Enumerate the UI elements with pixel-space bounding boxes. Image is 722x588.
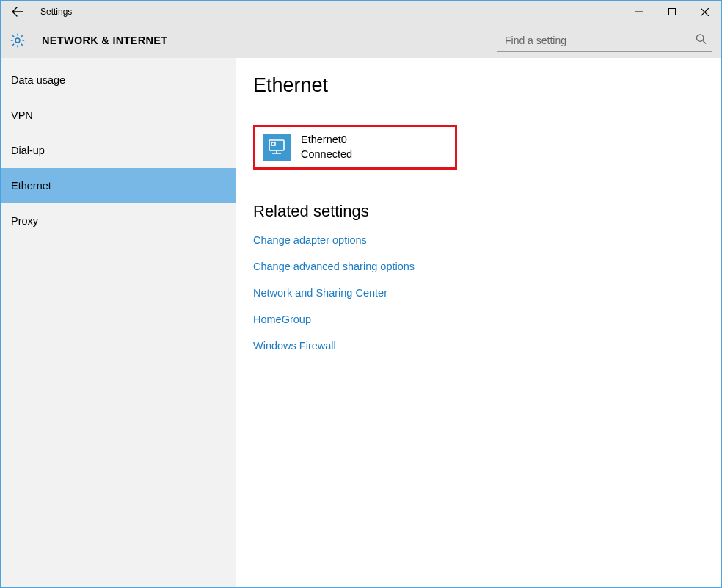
- back-arrow-icon: [12, 6, 23, 18]
- body: Data usage VPN Dial-up Ethernet Proxy Et…: [1, 58, 721, 587]
- connection-text: Ethernet0 Connected: [301, 133, 352, 161]
- header: NETWORK & INTERNET: [1, 23, 721, 58]
- gear-icon: [10, 32, 26, 48]
- link-windows-firewall[interactable]: Windows Firewall: [253, 340, 704, 352]
- sidebar-item-label: Data usage: [11, 74, 65, 86]
- minimize-button[interactable]: [622, 1, 655, 23]
- sidebar-item-label: Ethernet: [11, 180, 51, 192]
- sidebar: Data usage VPN Dial-up Ethernet Proxy: [1, 58, 236, 587]
- settings-window: Settings NETWORK & INTERNET: [0, 0, 722, 588]
- sidebar-item-label: Proxy: [11, 215, 38, 227]
- page-title: Ethernet: [253, 74, 704, 97]
- close-icon: [701, 8, 709, 16]
- close-button[interactable]: [688, 1, 721, 23]
- search-icon: [696, 33, 707, 47]
- ethernet-connection-card[interactable]: Ethernet0 Connected: [253, 125, 457, 170]
- sidebar-item-proxy[interactable]: Proxy: [1, 203, 236, 239]
- window-title: Settings: [40, 7, 72, 17]
- maximize-icon: [668, 8, 676, 15]
- link-change-adapter-options[interactable]: Change adapter options: [253, 234, 704, 246]
- back-button[interactable]: [5, 1, 30, 23]
- sidebar-item-ethernet[interactable]: Ethernet: [1, 168, 236, 203]
- link-network-sharing-center[interactable]: Network and Sharing Center: [253, 287, 704, 299]
- sidebar-item-label: Dial-up: [11, 145, 45, 156]
- svg-point-2: [696, 34, 703, 40]
- maximize-button[interactable]: [655, 1, 688, 23]
- svg-rect-4: [271, 142, 275, 145]
- connection-name: Ethernet0: [301, 133, 352, 148]
- sidebar-item-data-usage[interactable]: Data usage: [1, 62, 236, 98]
- sidebar-item-label: VPN: [11, 109, 33, 121]
- window-controls: [622, 1, 721, 23]
- main-content: Ethernet Ethernet0 Connected: [236, 58, 721, 587]
- link-change-advanced-sharing[interactable]: Change advanced sharing options: [253, 261, 704, 272]
- titlebar: Settings: [1, 1, 721, 23]
- minimize-icon: [635, 8, 643, 15]
- connection-status: Connected: [301, 148, 352, 162]
- ethernet-icon: [263, 134, 291, 161]
- svg-rect-0: [668, 9, 675, 15]
- link-homegroup[interactable]: HomeGroup: [253, 313, 704, 325]
- related-settings-heading: Related settings: [253, 202, 704, 221]
- svg-point-1: [15, 38, 20, 43]
- search-input[interactable]: [497, 29, 712, 52]
- sidebar-item-dial-up[interactable]: Dial-up: [1, 133, 236, 168]
- search-wrap: [497, 29, 712, 52]
- sidebar-item-vpn[interactable]: VPN: [1, 98, 236, 133]
- category-title: NETWORK & INTERNET: [42, 35, 167, 46]
